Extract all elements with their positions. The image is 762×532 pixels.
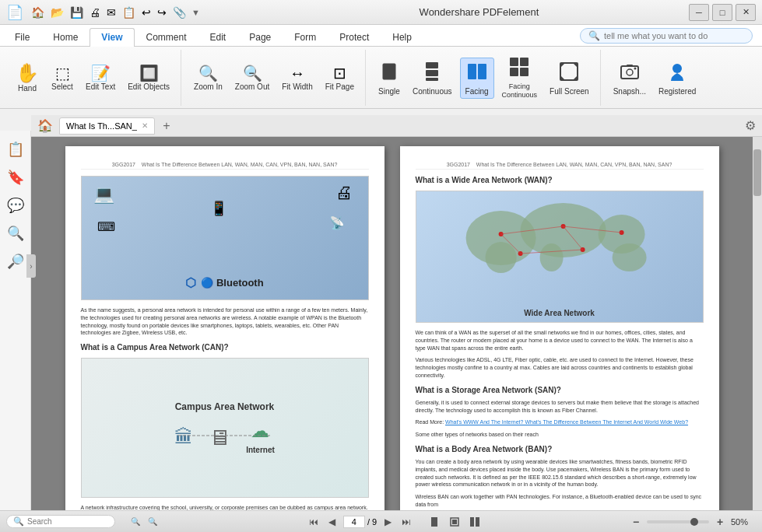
svg-rect-36 xyxy=(470,517,474,527)
nav-first-btn[interactable]: ⏮ xyxy=(306,515,321,529)
ribbon-group-tools: ✋ Hand ⬚ Select 📝 Edit Text 🔲 Edit Objec… xyxy=(5,50,181,106)
ribbon-registered-btn[interactable]: Registered xyxy=(654,58,701,98)
close-btn[interactable]: ✕ xyxy=(736,4,756,21)
svg-rect-9 xyxy=(520,68,528,76)
tab-view[interactable]: View xyxy=(90,28,134,47)
status-search-input[interactable] xyxy=(27,517,108,526)
zoom-in-label: Zoom In xyxy=(194,82,223,91)
status-single-view-btn[interactable] xyxy=(427,515,442,529)
read-more-link[interactable]: What's WWW And The Internet? What's The … xyxy=(445,419,688,425)
snapshot-icon xyxy=(619,61,641,86)
status-zoom-minus-btn[interactable]: 🔍 xyxy=(128,515,143,529)
facing-continuous-label: FacingContinuous xyxy=(502,82,538,100)
ribbon-single-btn[interactable]: Single xyxy=(374,58,405,98)
zoom-out-status-btn[interactable]: − xyxy=(628,515,644,529)
zoom-slider[interactable] xyxy=(647,520,709,523)
tab-page[interactable]: Page xyxy=(237,28,283,47)
page-right-para6: Wireless BAN can work together with PAN … xyxy=(416,493,704,509)
ribbon-fitpage-btn[interactable]: ⊡ Fit Page xyxy=(321,63,359,93)
tab-file[interactable]: File xyxy=(3,28,41,47)
qa-open[interactable]: 📂 xyxy=(47,5,67,20)
sidebar-advanced-search-btn[interactable]: 🔎 xyxy=(3,249,28,274)
page-right-para3: Generally, it is used to connect externa… xyxy=(416,399,704,415)
svg-rect-1 xyxy=(426,62,438,68)
tab-settings-btn[interactable]: ⚙ xyxy=(742,117,759,135)
qa-copy[interactable]: 📋 xyxy=(119,5,139,20)
doc-tab[interactable]: What Is Th...SAN_ ✕ xyxy=(59,117,155,135)
nav-prev-btn[interactable]: ◀ xyxy=(325,515,340,529)
ribbon-hand-btn[interactable]: ✋ Hand xyxy=(11,61,44,95)
svg-rect-33 xyxy=(431,517,437,527)
status-zoom-plus-btn[interactable]: 🔍 xyxy=(145,515,160,529)
ribbon-continuous-btn[interactable]: Continuous xyxy=(408,58,457,98)
ribbon-facing-continuous-btn[interactable]: FacingContinuous xyxy=(497,54,543,102)
page-current-input[interactable] xyxy=(343,516,365,528)
page-right-para2: Various technologies like ADSL, 4G LTE, … xyxy=(416,356,704,379)
qa-dropdown[interactable]: ▼ xyxy=(189,6,202,19)
edit-objects-icon: 🔲 xyxy=(139,65,159,81)
sidebar-bookmarks-btn[interactable]: 🔖 xyxy=(3,165,28,190)
tab-close-btn[interactable]: ✕ xyxy=(142,121,148,130)
status-fitpage-btn[interactable] xyxy=(447,515,462,529)
app-title: Wondershare PDFelement xyxy=(202,6,756,18)
sidebar-comments-btn[interactable]: 💬 xyxy=(3,193,28,218)
svg-point-14 xyxy=(634,67,636,69)
scroll-thumb[interactable] xyxy=(753,149,761,196)
status-facing-view-btn[interactable] xyxy=(467,515,483,529)
sidebar-collapse-btn[interactable]: › xyxy=(26,254,36,278)
full-screen-label: Full Screen xyxy=(550,87,589,96)
minimize-btn[interactable]: ─ xyxy=(689,4,709,21)
page-right-heading2: What is a Storage Area Network (SAN)? xyxy=(416,386,704,394)
sidebar-search-btn[interactable]: 🔍 xyxy=(3,221,28,246)
tab-comment[interactable]: Comment xyxy=(135,28,198,47)
ribbon-facing-btn[interactable]: Facing xyxy=(460,58,494,99)
tab-home[interactable]: Home xyxy=(41,28,90,47)
registered-label: Registered xyxy=(658,87,696,96)
single-icon xyxy=(378,61,400,86)
page-right-heading3: What is a Body Area Network (BAN)? xyxy=(416,445,704,453)
pdf-page-right: 3GG2017 What Is The Difference Between L… xyxy=(400,146,719,510)
title-bar: 📄 🏠 📂 💾 🖨 ✉ 📋 ↩ ↪ 📎 ▼ Wondershare PDFele… xyxy=(0,0,762,25)
qa-undo[interactable]: ↩ xyxy=(139,5,154,20)
tab-form[interactable]: Form xyxy=(283,28,328,47)
ribbon-fitwidth-btn[interactable]: ↔ Fit Width xyxy=(277,63,317,93)
ribbon-select-btn[interactable]: ⬚ Select xyxy=(47,63,78,93)
nav-last-btn[interactable]: ⏭ xyxy=(399,515,414,529)
qa-attach[interactable]: 📎 xyxy=(170,5,189,20)
edit-text-label: Edit Text xyxy=(86,82,115,91)
left-sidebar: 📋 🔖 💬 🔍 🔎 xyxy=(0,131,31,510)
bluetooth-label: ⬡ 🔵 Bluetooth xyxy=(185,275,263,290)
ribbon-edittext-btn[interactable]: 📝 Edit Text xyxy=(81,63,120,93)
doc-area[interactable]: 3GG2017 What Is The Difference Between L… xyxy=(31,131,762,510)
qa-email[interactable]: ✉ xyxy=(104,5,119,20)
ribbon-zoomin-btn[interactable]: 🔍 Zoom In xyxy=(189,63,227,93)
zoom-in-status-btn[interactable]: + xyxy=(712,515,728,529)
zoom-slider-thumb[interactable] xyxy=(690,518,698,526)
ribbon-zoomout-btn[interactable]: 🔍− Zoom Out xyxy=(230,63,274,93)
tab-add-btn[interactable]: + xyxy=(158,117,175,135)
restore-btn[interactable]: □ xyxy=(712,4,732,21)
qa-print[interactable]: 🖨 xyxy=(86,5,104,20)
status-bar: 🔍 🔍 🔍 ⏮ ◀ / 9 ▶ ⏭ − + 50% xyxy=(0,510,762,532)
help-search-box[interactable]: 🔍 xyxy=(580,28,753,44)
tab-home-icon[interactable]: 🏠 xyxy=(34,117,56,135)
vertical-scrollbar[interactable] xyxy=(753,131,762,510)
ribbon-fullscreen-btn[interactable]: Full Screen xyxy=(545,58,594,98)
help-search-input[interactable] xyxy=(604,31,744,40)
sidebar-thumbnails-btn[interactable]: 📋 xyxy=(3,137,28,162)
zoom-out-label: Zoom Out xyxy=(235,82,269,91)
qa-new[interactable]: 🏠 xyxy=(28,5,47,20)
qa-redo[interactable]: ↪ xyxy=(154,5,170,20)
tab-protect[interactable]: Protect xyxy=(328,28,381,47)
campus-label: Campus Area Network xyxy=(175,401,275,412)
nav-next-btn[interactable]: ▶ xyxy=(380,515,395,529)
svg-rect-10 xyxy=(560,63,578,80)
bluetooth-image: 💻 🖨 📱 ⌨ 📡 ⬡ 🔵 Bluetooth xyxy=(81,176,369,300)
status-nav: ⏮ ◀ / 9 ▶ ⏭ xyxy=(306,515,414,529)
ribbon-editobjects-btn[interactable]: 🔲 Edit Objects xyxy=(123,63,174,93)
ribbon-snapshot-btn[interactable]: Snapsh... xyxy=(609,58,651,98)
qa-save[interactable]: 💾 xyxy=(67,5,86,20)
tab-edit[interactable]: Edit xyxy=(198,28,238,47)
status-search-box[interactable]: 🔍 xyxy=(6,515,115,528)
tab-help[interactable]: Help xyxy=(381,28,423,47)
